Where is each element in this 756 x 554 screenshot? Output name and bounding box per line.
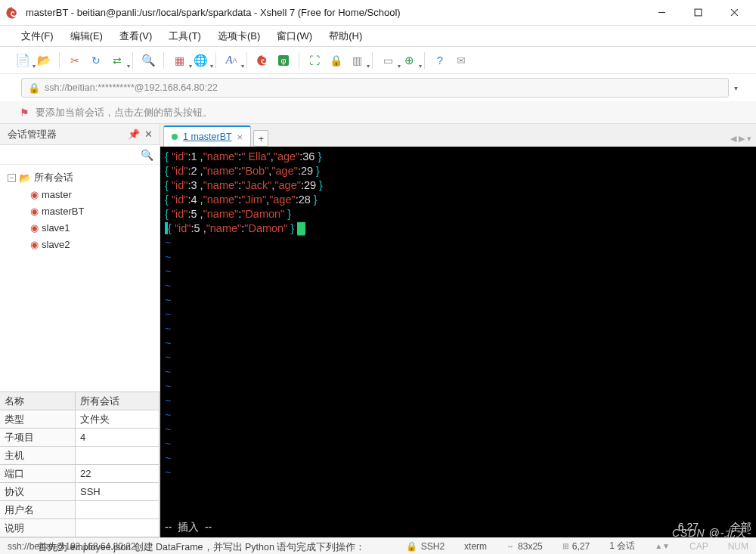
- tab-add-button[interactable]: +: [253, 130, 268, 147]
- transfer-button[interactable]: ⇄▾: [108, 51, 126, 70]
- properties-table: 名称所有会话 类型文件夹 子项目4 主机 端口22 协议SSH 用户名 说明: [0, 392, 160, 537]
- menu-help[interactable]: 帮助(H): [321, 28, 370, 45]
- status-dot-icon: [172, 134, 178, 140]
- prop-key: 主机: [0, 447, 76, 465]
- tab-next-icon[interactable]: ▶: [739, 134, 745, 144]
- term-pos: 6,27: [608, 520, 699, 534]
- status-cursor: 6,27: [572, 541, 590, 552]
- new-session-button[interactable]: 📄▾: [14, 51, 32, 70]
- status-term: xterm: [464, 541, 487, 552]
- session-icon: ◉: [30, 189, 39, 200]
- tab-close-icon[interactable]: ×: [237, 132, 243, 143]
- close-button[interactable]: [717, 2, 751, 23]
- sidebar-title: 会话管理器: [8, 128, 57, 141]
- term-scope: 全部: [699, 520, 751, 534]
- add-button[interactable]: ⊕▾: [400, 51, 418, 70]
- box-button[interactable]: ▭▾: [379, 51, 397, 70]
- tree-item-label: slave2: [42, 239, 70, 250]
- prop-key: 类型: [0, 410, 76, 429]
- status-cap: CAP: [689, 541, 708, 552]
- search-icon[interactable]: 🔍: [141, 149, 153, 161]
- tree-item[interactable]: ◉slave1: [8, 219, 156, 236]
- maximize-button[interactable]: [680, 2, 715, 23]
- tree-item-label: masterBT: [42, 206, 84, 217]
- menu-bar: 文件(F) 编辑(E) 查看(V) 工具(T) 选项卡(B) 窗口(W) 帮助(…: [0, 26, 756, 47]
- app-icon: [5, 5, 20, 20]
- menu-window[interactable]: 窗口(W): [269, 28, 320, 45]
- tree-root[interactable]: − 📂 所有会话: [8, 169, 156, 186]
- tree-item-label: master: [42, 189, 72, 200]
- tree-item-label: slave1: [42, 222, 70, 234]
- status-num: NUM: [728, 541, 748, 552]
- session-tree: − 📂 所有会话 ◉master ◉masterBT ◉slave1 ◉slav…: [0, 165, 160, 339]
- sync-button[interactable]: φ: [274, 51, 293, 70]
- minimize-button[interactable]: [644, 2, 679, 23]
- tab-label: 1 masterBT: [183, 132, 232, 142]
- open-button[interactable]: 📂: [35, 51, 53, 70]
- cutline: 首先为 employee.json 创建 DataFrame，并写出 Pytho…: [38, 541, 365, 554]
- address-input[interactable]: 🔒 ssh://beitian:**********@192.168.64.80…: [21, 78, 729, 97]
- mail-button[interactable]: ✉: [452, 51, 470, 70]
- prop-val: [76, 447, 160, 465]
- tab-prev-icon[interactable]: ◀: [730, 134, 736, 144]
- terminal[interactable]: { "id":1 ,"name":" Ella","age":36 }{ "id…: [160, 147, 756, 537]
- swirl-button[interactable]: [253, 51, 271, 70]
- cut-button[interactable]: ✂: [66, 51, 84, 70]
- down-icon[interactable]: ▼: [662, 542, 670, 550]
- svg-rect-1: [695, 9, 702, 16]
- address-text: ssh://beitian:**********@192.168.64.80:2…: [45, 82, 218, 93]
- tab-active[interactable]: 1 masterBT ×: [163, 125, 251, 147]
- status-proto: SSH2: [421, 541, 445, 552]
- prop-key: 子项目: [0, 429, 76, 447]
- tree-item[interactable]: ◉masterBT: [8, 203, 156, 219]
- prop-val: 4: [76, 429, 160, 447]
- address-dropdown[interactable]: ▾: [729, 84, 742, 92]
- lock-button[interactable]: 🔒: [327, 51, 345, 70]
- menu-view[interactable]: 查看(V): [112, 28, 160, 45]
- prop-key: 协议: [0, 483, 76, 501]
- globe-button[interactable]: 🌐▾: [191, 51, 209, 70]
- prop-key: 端口: [0, 465, 76, 483]
- prop-val: 22: [76, 465, 160, 483]
- session-icon: ◉: [30, 222, 39, 234]
- tab-menu-icon[interactable]: ▾: [747, 134, 751, 144]
- prop-val: [76, 519, 160, 537]
- term-mode: -- 插入 --: [165, 520, 212, 534]
- lock-icon: 🔒: [406, 541, 417, 552]
- menu-tabs[interactable]: 选项卡(B): [210, 28, 268, 45]
- pin-icon[interactable]: 📌: [125, 128, 142, 140]
- menu-tools[interactable]: 工具(T): [161, 28, 209, 45]
- reconnect-button[interactable]: ↻: [87, 51, 105, 70]
- prop-hdr-val[interactable]: 所有会话: [76, 392, 160, 410]
- status-size: 83x25: [518, 541, 543, 552]
- menu-file[interactable]: 文件(F): [14, 28, 61, 45]
- menu-edit[interactable]: 编辑(E): [63, 28, 110, 45]
- flag-icon: ⚑: [20, 107, 29, 119]
- up-icon[interactable]: ▲: [655, 542, 662, 550]
- help-button[interactable]: ?: [431, 51, 449, 70]
- hint-text: 要添加当前会话，点击左侧的箭头按钮。: [36, 106, 212, 119]
- lock-icon: 🔒: [28, 82, 40, 94]
- tree-root-label: 所有会话: [34, 171, 73, 184]
- fullscreen-button[interactable]: ⛶: [305, 51, 324, 70]
- toolbar: 📄▾ 📂 ✂ ↻ ⇄▾ 🔍 ▦▾ 🌐▾ AA▾ φ ⛶ 🔒 ▥▾ ▭▾ ⊕▾ ?…: [0, 47, 756, 74]
- prop-val: 文件夹: [76, 410, 160, 429]
- prop-key: 用户名: [0, 501, 76, 519]
- tree-item[interactable]: ◉master: [8, 186, 156, 203]
- copy-button[interactable]: ▦▾: [170, 51, 188, 70]
- collapse-icon[interactable]: −: [8, 174, 16, 182]
- layout-button[interactable]: ▥▾: [348, 51, 366, 70]
- prop-val: [76, 501, 160, 519]
- search-button[interactable]: 🔍: [139, 51, 157, 70]
- prop-key: 说明: [0, 519, 76, 537]
- session-icon: ◉: [30, 239, 39, 250]
- session-icon: ◉: [30, 206, 39, 217]
- window-title: masterBT - beitian@panli:/usr/local/spar…: [26, 7, 644, 18]
- font-button[interactable]: AA▾: [222, 51, 240, 70]
- prop-hdr-name[interactable]: 名称: [0, 392, 76, 410]
- sidebar-close-icon[interactable]: ✕: [142, 128, 155, 140]
- status-sessions: 1 会话: [609, 540, 635, 552]
- prop-val: SSH: [76, 483, 160, 501]
- folder-icon: 📂: [19, 172, 31, 184]
- tree-item[interactable]: ◉slave2: [8, 236, 156, 252]
